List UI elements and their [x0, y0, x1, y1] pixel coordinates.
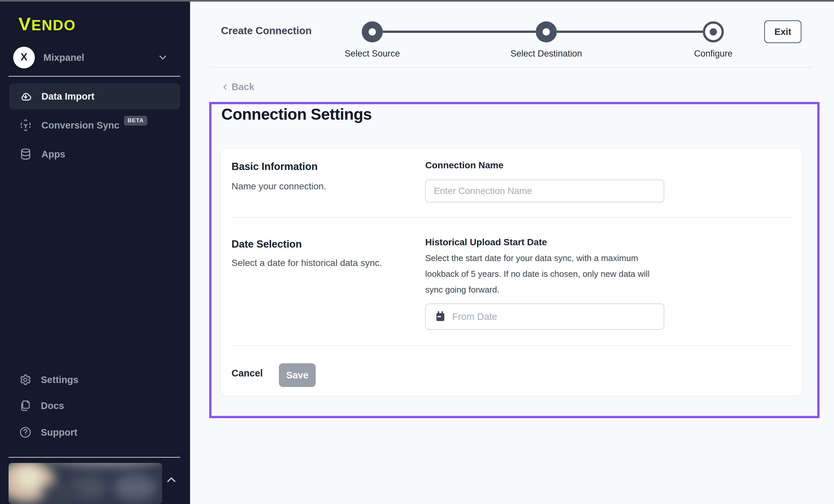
- calendar-icon: [434, 311, 446, 323]
- svg-text:X: X: [21, 51, 28, 63]
- sidebar-item-label: Settings: [41, 374, 78, 385]
- save-button[interactable]: Save: [279, 363, 316, 387]
- connection-name-label: Connection Name: [425, 160, 504, 171]
- chevron-left-icon: [221, 83, 229, 91]
- chevron-up-icon[interactable]: [164, 473, 178, 487]
- sidebar-item-conversion-sync[interactable]: Conversion Sync BETA: [9, 112, 180, 138]
- app-window: VENDO X Mixpanel Data Import: [0, 0, 834, 504]
- user-account-card[interactable]: [8, 463, 162, 504]
- step-select-destination-dot[interactable]: [536, 21, 557, 42]
- gear-icon: [19, 373, 31, 386]
- sidebar-item-label: Conversion Sync: [41, 120, 119, 131]
- sidebar-item-data-import[interactable]: Data Import: [9, 83, 180, 109]
- cancel-button[interactable]: Cancel: [232, 368, 263, 379]
- basic-information-title: Basic Information: [232, 161, 318, 173]
- document-icon: [19, 399, 31, 412]
- connection-settings-card: Basic Information Name your connection. …: [220, 148, 803, 396]
- cloud-download-icon: [19, 90, 32, 103]
- vendo-logo: VENDO: [18, 13, 75, 35]
- page-title: Connection Settings: [221, 105, 372, 123]
- sidebar-item-support[interactable]: Support: [9, 419, 180, 445]
- sidebar-item-settings[interactable]: Settings: [9, 367, 180, 393]
- date-selection-title: Date Selection: [232, 238, 302, 250]
- basic-information-description: Name your connection.: [232, 181, 326, 192]
- step-label-select-source: Select Source: [303, 49, 441, 59]
- step-configure-dot[interactable]: [703, 21, 724, 42]
- sidebar-divider-bottom: [8, 457, 180, 458]
- page-header-title: Create Connection: [221, 25, 312, 37]
- sidebar-item-docs[interactable]: Docs: [9, 393, 180, 419]
- sidebar-item-label: Apps: [41, 149, 65, 160]
- blurred-user-info: [8, 463, 162, 504]
- historical-upload-start-date-label: Historical Upload Start Date: [425, 237, 547, 247]
- stepper-line-1: [383, 30, 536, 33]
- historical-upload-help-text: Select the start date for your data sync…: [425, 250, 655, 298]
- database-icon: [19, 148, 32, 161]
- sidebar-item-apps[interactable]: Apps: [9, 141, 180, 167]
- stepper-line-2: [557, 30, 703, 33]
- workspace-name: Mixpanel: [43, 52, 84, 63]
- question-circle-icon: [19, 426, 31, 439]
- beta-badge: BETA: [124, 116, 147, 126]
- sidebar-divider-top: [8, 76, 180, 76]
- back-label: Back: [232, 82, 254, 92]
- step-select-source-dot[interactable]: [362, 21, 383, 42]
- from-date-input[interactable]: [452, 311, 664, 323]
- step-label-select-destination: Select Destination: [477, 49, 615, 59]
- connection-name-input[interactable]: [425, 179, 664, 202]
- sidebar-item-label: Data Import: [41, 91, 94, 102]
- window-top-edge: [0, 0, 834, 2]
- mixpanel-logo-icon: X: [13, 47, 35, 68]
- from-date-field[interactable]: [425, 304, 664, 330]
- back-link[interactable]: Back: [221, 82, 254, 92]
- sidebar-item-label: Support: [41, 427, 77, 438]
- sidebar: VENDO X Mixpanel Data Import: [0, 0, 190, 504]
- conversion-sync-icon: [19, 119, 32, 132]
- exit-button[interactable]: Exit: [764, 20, 802, 43]
- date-selection-description: Select a date for historical data sync.: [232, 258, 382, 268]
- sidebar-item-label: Docs: [41, 400, 64, 411]
- section-divider: [232, 217, 792, 218]
- workspace-switcher[interactable]: X Mixpanel: [9, 45, 180, 70]
- chevron-down-icon: [157, 52, 168, 63]
- footer-divider: [232, 345, 792, 346]
- step-label-configure: Configure: [644, 49, 782, 59]
- header-divider: [211, 67, 813, 68]
